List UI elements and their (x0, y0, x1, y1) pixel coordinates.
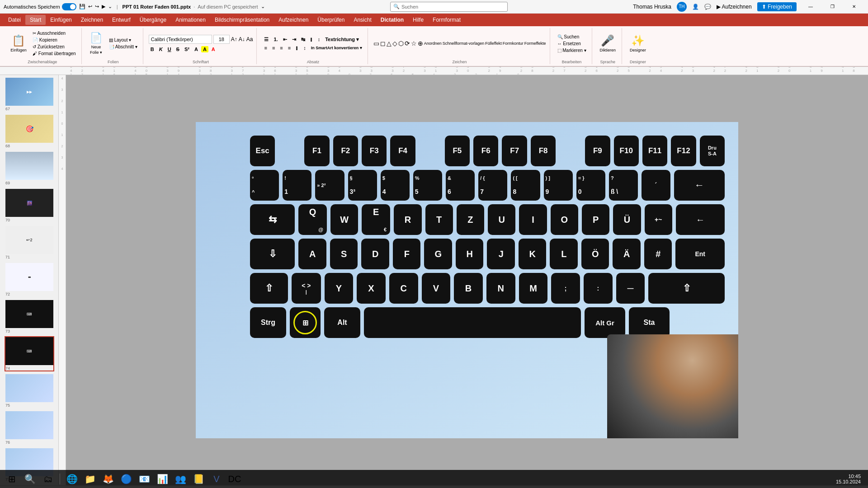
slide-thumb-72[interactable]: ⬌ 72 (5, 262, 54, 297)
comments-icon[interactable]: 💬 (704, 4, 711, 10)
font-size-input[interactable] (213, 35, 230, 44)
align-text-btn[interactable]: Textrichtung ▾ (323, 36, 361, 43)
shape-2[interactable]: ◻ (380, 40, 386, 47)
align-center-btn[interactable]: ≡ (270, 45, 277, 51)
present-icon[interactable]: ▶ (102, 4, 105, 9)
menu-animationen[interactable]: Animationen (171, 15, 210, 25)
menu-einfuegen[interactable]: Einfügen (46, 15, 76, 25)
align-left-btn[interactable]: ≡ (262, 45, 269, 51)
menu-datei[interactable]: Datei (4, 15, 25, 25)
rtl-btn[interactable]: ↹ (299, 36, 307, 43)
paste-button[interactable]: 📋 Einfügen (7, 33, 30, 54)
formeffect-btn[interactable]: Formeffekte (524, 41, 546, 46)
taskbar-dc-indicator[interactable]: DC (226, 471, 243, 487)
col-btn[interactable]: ⫿ (308, 36, 315, 42)
justify-btn[interactable]: ≡ (286, 45, 292, 51)
share-icon[interactable]: 👤 (692, 4, 699, 10)
taskbar-explorer-btn[interactable]: 📁 (82, 471, 98, 487)
align-right-btn[interactable]: ≡ (278, 45, 284, 51)
new-slide-button[interactable]: 📄 Neue Folie ▾ (87, 31, 105, 56)
quickstyle-btn[interactable]: Schnellformat-vorlagen (443, 41, 485, 46)
layout-button[interactable]: ▤ Layout ▾ (107, 37, 139, 43)
redo-icon[interactable]: ↪ (95, 4, 99, 9)
menu-entwurf[interactable]: Entwurf (108, 15, 135, 25)
autosave-toggle[interactable]: Automatisches Speichern (4, 3, 76, 10)
linespacing-btn[interactable]: ↕ (302, 45, 308, 51)
arrange-btn[interactable]: Anordnen (424, 41, 442, 46)
clear-format-btn[interactable]: Aa (246, 36, 253, 42)
strikethrough-btn[interactable]: S (175, 46, 181, 52)
menu-hilfe[interactable]: Hilfe (408, 15, 428, 25)
shadow-btn[interactable]: S² (183, 46, 191, 52)
menu-zeichnen[interactable]: Zeichnen (76, 15, 108, 25)
slide-thumb-74[interactable]: ⌨ 74 (5, 336, 54, 371)
font-shrink-btn[interactable]: A↓ (239, 36, 245, 42)
designer-button[interactable]: ✨ Designer (627, 33, 648, 54)
shape-8[interactable]: ⊕ (418, 40, 423, 47)
shape-5[interactable]: ⬡ (398, 40, 404, 47)
slide-thumb-71[interactable]: ↩2 71 (5, 225, 54, 260)
shape-3[interactable]: △ (387, 40, 392, 47)
taskbar-taskview-btn[interactable]: 🗂 (40, 471, 56, 487)
copy-button[interactable]: 📄 Kopieren (31, 37, 78, 43)
menu-formformat[interactable]: Formformat (428, 15, 465, 25)
restore-button[interactable]: ❐ (822, 0, 843, 14)
slide-thumb-76[interactable]: 76 (5, 410, 54, 446)
menu-ansicht[interactable]: Ansicht (349, 15, 376, 25)
menu-bildschirm[interactable]: Bildschirmpräsentation (210, 15, 274, 25)
present-btn[interactable]: ▶ Aufzeichnen (717, 4, 752, 10)
slide-thumb-73[interactable]: ⌨ 73 (5, 299, 54, 334)
minimize-button[interactable]: — (800, 0, 821, 14)
menu-ueberpruefen[interactable]: Überprüfen (313, 15, 349, 25)
cut-button[interactable]: ✂ Ausschneiden (31, 30, 78, 36)
taskbar-start-btn[interactable]: ⊞ (4, 471, 20, 487)
close-button[interactable]: ✕ (844, 0, 864, 14)
font-name-input[interactable] (149, 35, 212, 44)
slide-thumb-75[interactable]: 75 (5, 373, 54, 408)
col2-btn[interactable]: ⫿ (294, 45, 300, 51)
chevron-down-icon[interactable]: ⌄ (261, 4, 265, 9)
taskbar-powerpoint-btn[interactable]: 📊 (154, 471, 170, 487)
shape-6[interactable]: ⟳ (405, 40, 410, 47)
formoutline-btn[interactable]: Formkontur (503, 41, 524, 46)
taskbar-teams-btn[interactable]: 👥 (172, 471, 189, 487)
numlist-btn[interactable]: 1. (272, 36, 279, 42)
menu-dictation[interactable]: Dictation (376, 15, 408, 25)
slide-thumb-69[interactable]: 69 (5, 151, 54, 186)
slide-thumb-67[interactable]: ▶▶ 67 (5, 77, 54, 112)
menu-uebergaenge[interactable]: Übergänge (135, 15, 171, 25)
slide-thumb-70[interactable]: 🌆 70 (5, 188, 54, 223)
search-box[interactable]: 🔍 Suchen (390, 2, 508, 12)
shape-4[interactable]: ◇ (392, 40, 397, 47)
slide-canvas-area[interactable]: Esc F1 F2 F3 F4 F5 F6 F7 F8 F9 F10 (66, 75, 868, 485)
format-button[interactable]: 🖌 Format übertragen (31, 51, 78, 56)
autosave-pill[interactable] (62, 3, 76, 10)
taskbar-edge-btn[interactable]: 🌐 (64, 471, 80, 487)
replace-btn[interactable]: ↔ Ersetzen (556, 41, 588, 47)
search-edit-btn[interactable]: 🔍 Suchen (556, 34, 588, 40)
inc-indent-btn[interactable]: ⇥ (290, 36, 298, 43)
smartart-btn[interactable]: In SmartArt konvertieren ▾ (309, 45, 364, 51)
dec-indent-btn[interactable]: ⇤ (281, 36, 289, 43)
italic-btn[interactable]: K (157, 46, 165, 52)
filleffect-btn[interactable]: Fülleffekt (485, 41, 501, 46)
taskbar-chrome-btn[interactable]: 🔵 (118, 471, 134, 487)
taskbar-onenote-btn[interactable]: 📒 (190, 471, 207, 487)
section-button[interactable]: 📑 Abschnitt ▾ (107, 44, 139, 50)
share-btn[interactable]: ⬆ Freigeben (757, 2, 797, 11)
highlight-btn[interactable]: A (201, 46, 208, 52)
menu-aufzeichnen[interactable]: Aufzeichnen (274, 15, 313, 25)
dictate-button[interactable]: 🎤 Diktieren (598, 33, 618, 54)
shape-1[interactable]: ▭ (373, 40, 379, 47)
underline-btn[interactable]: U (166, 46, 173, 52)
shape-7[interactable]: ☆ (411, 40, 417, 47)
text-color-btn[interactable]: A (210, 46, 217, 52)
save-icon[interactable]: 💾 (79, 4, 85, 9)
bold-btn[interactable]: B (149, 46, 156, 52)
taskbar-search-btn[interactable]: 🔍 (22, 471, 38, 487)
undo-icon[interactable]: ↩ (88, 4, 92, 9)
more-icon[interactable]: ⌄ (108, 4, 112, 9)
slide-thumb-68[interactable]: 🎯 68 (5, 114, 54, 149)
reset-button[interactable]: ↺ Zurücksetzen (31, 44, 78, 50)
font-grow-btn[interactable]: A↑ (231, 36, 237, 42)
